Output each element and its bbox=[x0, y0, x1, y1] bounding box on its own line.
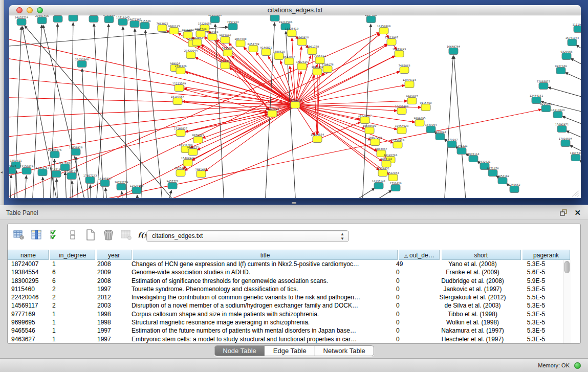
network-node[interactable] bbox=[557, 126, 567, 133]
table-row[interactable]: 1938455462009Genome-wide association stu… bbox=[8, 268, 560, 276]
network-node-selected[interactable] bbox=[313, 69, 322, 75]
tab-node-table[interactable]: Node Table bbox=[214, 346, 265, 356]
network-node-selected[interactable] bbox=[393, 142, 402, 148]
network-node-selected[interactable] bbox=[285, 58, 294, 65]
network-node-selected[interactable] bbox=[249, 46, 258, 52]
network-node-selected[interactable] bbox=[291, 102, 300, 108]
table-row[interactable]: 969969511998Structural magnetic resonanc… bbox=[8, 318, 560, 326]
network-node-selected[interactable] bbox=[176, 170, 185, 177]
network-node-selected[interactable] bbox=[186, 52, 195, 59]
close-panel-icon[interactable]: ✕ bbox=[574, 208, 581, 217]
network-node[interactable] bbox=[374, 183, 383, 189]
network-node-selected[interactable] bbox=[262, 49, 271, 56]
network-node[interactable] bbox=[89, 16, 98, 23]
network-node-selected[interactable] bbox=[197, 171, 206, 178]
network-node[interactable] bbox=[270, 15, 279, 21]
network-node-selected[interactable] bbox=[193, 137, 203, 143]
network-edge[interactable] bbox=[579, 160, 581, 173]
table-row[interactable]: 2242004622012Investigating the contribut… bbox=[8, 293, 560, 301]
network-node-selected[interactable] bbox=[221, 37, 230, 43]
network-node[interactable] bbox=[435, 134, 445, 140]
network-node-selected[interactable] bbox=[158, 25, 167, 32]
network-node[interactable] bbox=[457, 148, 466, 155]
network-node-selected[interactable] bbox=[313, 136, 322, 143]
network-edge[interactable] bbox=[65, 172, 67, 198]
network-edge-selected[interactable] bbox=[179, 88, 268, 113]
network-node-selected[interactable] bbox=[388, 174, 398, 181]
network-node-selected[interactable] bbox=[405, 81, 414, 88]
network-node-selected[interactable] bbox=[415, 120, 424, 126]
network-edge[interactable] bbox=[56, 179, 58, 198]
network-node-selected[interactable] bbox=[208, 34, 217, 40]
network-node[interactable] bbox=[67, 173, 76, 180]
network-node-selected[interactable] bbox=[268, 111, 277, 117]
network-node-selected[interactable] bbox=[221, 62, 230, 69]
network-edge[interactable] bbox=[10, 175, 11, 198]
network-edge-selected[interactable] bbox=[192, 105, 295, 161]
table-row[interactable]: 1872400712008Changes of HCN gene express… bbox=[8, 260, 560, 268]
network-edge-selected[interactable] bbox=[197, 105, 295, 150]
network-node[interactable] bbox=[469, 156, 478, 162]
network-node-selected[interactable] bbox=[175, 85, 184, 92]
delete-trash-icon[interactable] bbox=[102, 229, 115, 241]
network-node[interactable] bbox=[50, 151, 59, 158]
network-node[interactable] bbox=[77, 61, 86, 68]
network-node[interactable] bbox=[447, 141, 456, 148]
network-edge[interactable] bbox=[53, 159, 55, 198]
scrollbar-thumb[interactable] bbox=[564, 261, 570, 273]
network-node-selected[interactable] bbox=[400, 67, 409, 74]
network-node[interactable] bbox=[100, 180, 110, 187]
column-header-pagerank[interactable]: pagerank bbox=[522, 250, 570, 260]
network-node-selected[interactable] bbox=[236, 40, 245, 47]
control-panel-collapsed-strip[interactable]: ◂ bbox=[0, 0, 4, 205]
network-node[interactable] bbox=[561, 140, 570, 147]
network-node[interactable] bbox=[140, 23, 149, 29]
new-document-icon[interactable] bbox=[84, 229, 97, 241]
network-node[interactable] bbox=[17, 19, 26, 26]
network-node-selected[interactable] bbox=[323, 66, 332, 73]
network-edge[interactable] bbox=[135, 29, 142, 198]
table-row[interactable]: 946554611997Estimation of the future num… bbox=[8, 326, 560, 335]
network-node-selected[interactable] bbox=[407, 98, 417, 104]
network-edge[interactable] bbox=[145, 30, 163, 198]
network-node-selected[interactable] bbox=[297, 63, 307, 70]
network-canvas[interactable]: 2405572420691406105532871065525715276028… bbox=[9, 15, 581, 198]
network-node-selected[interactable] bbox=[378, 170, 387, 177]
network-node[interactable] bbox=[71, 149, 80, 156]
network-edge[interactable] bbox=[96, 24, 108, 198]
network-edge[interactable] bbox=[90, 185, 91, 198]
network-edge-selected[interactable] bbox=[190, 105, 295, 148]
network-edge[interactable] bbox=[72, 181, 73, 198]
network-node[interactable] bbox=[571, 155, 580, 161]
table-row[interactable]: 1830029562008Estimation of significance … bbox=[8, 277, 560, 285]
table-row[interactable]: 911546021997Tourette syndrome. Phenomeno… bbox=[8, 285, 560, 293]
table-selector-dropdown[interactable]: citations_edges.txt ▲▼ bbox=[146, 230, 349, 242]
network-node[interactable] bbox=[449, 48, 458, 55]
network-edge[interactable] bbox=[367, 190, 391, 198]
network-edge[interactable] bbox=[576, 45, 581, 59]
network-node[interactable] bbox=[168, 183, 177, 189]
network-node[interactable] bbox=[9, 167, 16, 174]
network-node-selected[interactable] bbox=[188, 149, 198, 156]
network-node[interactable] bbox=[553, 112, 562, 118]
network-edge-selected[interactable] bbox=[295, 85, 405, 105]
column-header-year[interactable]: year bbox=[97, 250, 132, 260]
network-node[interactable] bbox=[104, 16, 114, 23]
network-node-selected[interactable] bbox=[176, 130, 185, 137]
network-node[interactable] bbox=[132, 187, 141, 194]
network-node-selected[interactable] bbox=[397, 127, 406, 134]
network-window-titlebar[interactable]: citations_edges.txt bbox=[9, 5, 581, 15]
table-vertical-scrollbar[interactable] bbox=[563, 260, 571, 343]
network-node[interactable] bbox=[532, 97, 541, 104]
network-node[interactable] bbox=[85, 177, 95, 184]
network-node[interactable] bbox=[574, 26, 581, 33]
network-node[interactable] bbox=[541, 105, 551, 112]
table-row[interactable]: 1456911722003Disruption of a novel membe… bbox=[8, 301, 560, 310]
network-node[interactable] bbox=[52, 171, 61, 178]
network-node-selected[interactable] bbox=[395, 51, 404, 57]
network-edge[interactable] bbox=[565, 73, 581, 87]
network-node-selected[interactable] bbox=[223, 50, 232, 56]
column-header-out-degree[interactable]: △out_de… bbox=[399, 250, 440, 260]
network-node[interactable] bbox=[556, 68, 565, 74]
network-edge[interactable] bbox=[444, 56, 453, 198]
